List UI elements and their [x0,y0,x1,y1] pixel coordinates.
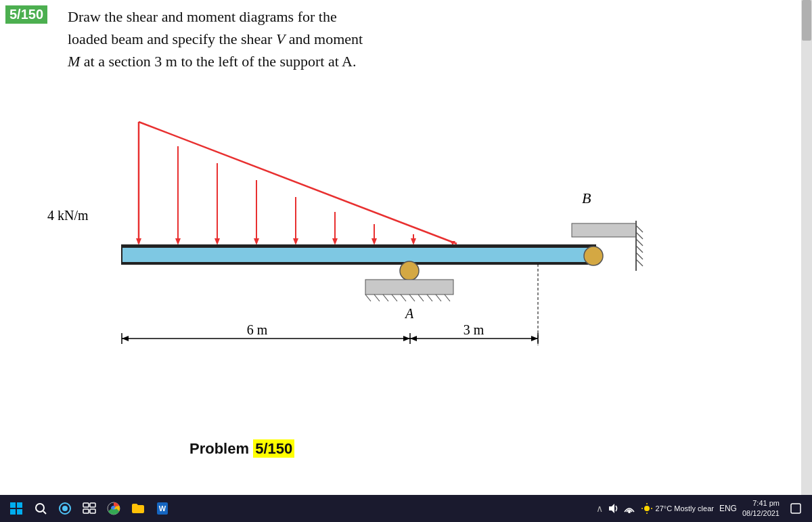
time-text: 7:41 pm [742,498,780,508]
dim-arrow-right-r [531,336,538,341]
beam-diagram: 4 kN/m B [34,88,697,379]
hatch-b1 [636,225,643,232]
hatch-b4 [636,246,643,253]
load-arrowhead-7 [371,238,377,245]
support-a-circle [400,261,419,280]
support-b-platform [572,223,636,237]
volume-icon[interactable] [607,502,619,515]
beam-body [122,245,595,264]
language-indicator[interactable]: ENG [719,504,737,513]
problem-highlight: 5/150 [253,439,294,458]
dim-arrow-right-l [410,336,417,341]
dim-arrow-left-l [122,336,129,341]
word-icon: W [155,501,170,516]
taskbar-right: ∧ 27°C Mostly clear [596,498,807,519]
clock-display[interactable]: 7:41 pm 08/12/2021 [742,498,780,519]
notification-icon [790,503,801,514]
problem-text: Draw the shear and moment diagrams for t… [68,5,788,72]
scrollbar[interactable] [801,0,812,495]
svg-line-5 [43,511,46,514]
dim-arrow-left-r [403,336,410,341]
hatch-b5 [636,253,643,259]
task-view-icon [83,502,96,515]
hatch-a3 [383,295,388,301]
hatch-a10 [445,295,450,301]
chrome-icon-taskbar[interactable] [103,498,125,519]
load-arrowhead-3 [215,238,220,245]
support-a-platform [365,280,453,295]
problem-label: Problem 5/150 [189,440,294,458]
date-text: 08/12/2021 [742,508,780,519]
cortana-button[interactable] [54,498,76,519]
svg-rect-11 [90,509,95,513]
load-top-line [139,122,457,244]
problem-line3: M at a section 3 m to the left of the su… [68,50,788,72]
notification-button[interactable] [785,498,807,519]
load-arrowhead-6 [332,238,338,245]
hatch-a5 [401,295,406,301]
svg-point-18 [644,506,650,511]
search-icon [35,502,47,515]
load-arrowhead-8 [411,238,416,245]
support-b-label: B [582,190,591,206]
search-taskbar[interactable] [30,498,51,519]
hatch-b2 [636,232,643,239]
problem-line1: Draw the shear and moment diagrams for t… [68,5,788,28]
hatch-a1 [365,295,371,301]
hatch-a4 [392,295,397,301]
hatch-a9 [436,295,441,301]
word-taskbar[interactable]: W [152,498,173,519]
weather-icon [641,502,653,515]
dim-label-3m: 3 m [464,322,484,337]
windows-icon [9,502,23,515]
hatch-a7 [418,295,424,301]
svg-point-4 [36,504,44,512]
problem-line2: loaded beam and specify the shear V and … [68,28,788,50]
folder-icon [131,501,145,516]
hatch-a8 [427,295,432,301]
up-arrow-tray[interactable]: ∧ [596,503,603,514]
cortana-icon [58,502,72,515]
hatch-b6 [636,259,643,266]
support-a-label: A [404,306,414,321]
load-arrowhead-4 [254,238,259,245]
svg-rect-2 [10,509,16,515]
svg-point-17 [628,510,631,513]
svg-rect-23 [791,504,800,513]
svg-point-7 [62,506,68,511]
task-view-button[interactable] [78,498,100,519]
main-content: 5/150 Draw the shear and moment diagrams… [0,0,801,495]
load-arrowhead-1 [136,238,141,245]
dim-label-6m: 6 m [247,322,268,337]
svg-rect-8 [83,503,89,507]
hatch-a2 [374,295,380,301]
network-icon[interactable] [623,502,635,515]
svg-marker-16 [609,504,614,513]
load-arrowhead-2 [175,238,181,245]
scrollbar-thumb[interactable] [802,0,811,41]
load-arrowhead-5 [293,238,298,245]
chrome-icon [106,501,121,516]
weather-display: 27°C Mostly clear [641,502,714,515]
taskbar: W ∧ [0,495,812,522]
svg-text:W: W [159,504,166,513]
beam-top [122,245,595,248]
support-b-circle [584,246,603,265]
hatch-a6 [409,295,415,301]
load-label: 4 kN/m [47,208,89,223]
problem-badge: 5/150 [5,5,47,24]
beam-bottom [122,262,595,264]
start-button[interactable] [5,498,27,519]
file-explorer-taskbar[interactable] [127,498,149,519]
svg-rect-9 [90,503,95,507]
svg-rect-0 [10,502,16,508]
svg-rect-10 [83,509,89,513]
svg-rect-1 [17,502,22,508]
weather-text: 27°C Mostly clear [656,504,714,513]
svg-rect-3 [17,509,22,515]
hatch-b3 [636,239,643,246]
